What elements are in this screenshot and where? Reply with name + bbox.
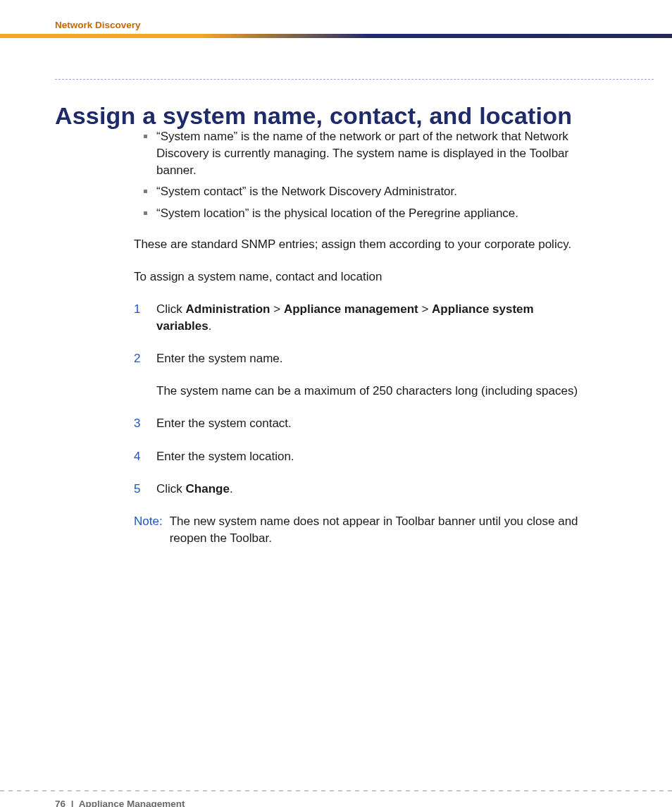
text: > <box>418 302 432 316</box>
step-text: Click Administration > Appliance managem… <box>156 302 534 333</box>
step-item: 1 Click Administration > Appliance manag… <box>134 301 584 335</box>
step-item: 5 Click Change. <box>134 481 584 498</box>
step-text: Click Change. <box>156 482 233 495</box>
text: . <box>230 482 233 495</box>
note-block: Note: The new system name does not appea… <box>134 513 584 547</box>
footer-text: 76 | Appliance Management <box>55 799 185 807</box>
text: > <box>270 302 284 316</box>
text: Click <box>156 302 186 316</box>
page-header: Network Discovery <box>0 13 672 38</box>
footer-separator: | <box>71 799 74 807</box>
text: Click <box>156 482 186 495</box>
text: . <box>209 319 212 333</box>
page-number: 76 <box>55 799 66 807</box>
footer-stripe <box>0 790 672 791</box>
bullet-list: “System name” is the name of the network… <box>134 128 584 222</box>
list-item: “System name” is the name of the network… <box>156 128 584 179</box>
list-item: “System contact” is the Network Discover… <box>156 183 584 200</box>
note-label: Note: <box>134 513 163 547</box>
horizontal-rule <box>55 79 654 80</box>
step-number: 2 <box>134 350 140 367</box>
bold-text: Administration <box>186 302 270 316</box>
body-content: “System name” is the name of the network… <box>134 128 584 547</box>
step-number: 5 <box>134 481 140 498</box>
step-text: Enter the system location. <box>156 450 294 463</box>
step-list: 1 Click Administration > Appliance manag… <box>134 301 584 498</box>
page-title: Assign a system name, contact, and locat… <box>55 102 572 130</box>
running-title: Network Discovery <box>55 20 141 30</box>
step-number: 1 <box>134 301 140 318</box>
list-item: “System location” is the physical locati… <box>156 205 584 222</box>
note-text: The new system name does not appear in T… <box>170 513 584 547</box>
step-subtext: The system name can be a maximum of 250 … <box>156 383 584 400</box>
bold-text: Change <box>186 482 230 495</box>
step-item: 2 Enter the system name. The system name… <box>134 350 584 400</box>
footer-section: Appliance Management <box>79 799 185 807</box>
bold-text: Appliance management <box>284 302 418 316</box>
paragraph-lead: To assign a system name, contact and loc… <box>134 269 584 285</box>
header-stripe <box>0 34 672 38</box>
step-number: 3 <box>134 415 140 432</box>
step-number: 4 <box>134 448 140 465</box>
step-text: Enter the system name. <box>156 352 283 365</box>
paragraph: These are standard SNMP entries; assign … <box>134 236 584 253</box>
step-item: 3 Enter the system contact. <box>134 415 584 432</box>
step-text: Enter the system contact. <box>156 417 292 430</box>
step-item: 4 Enter the system location. <box>134 448 584 465</box>
